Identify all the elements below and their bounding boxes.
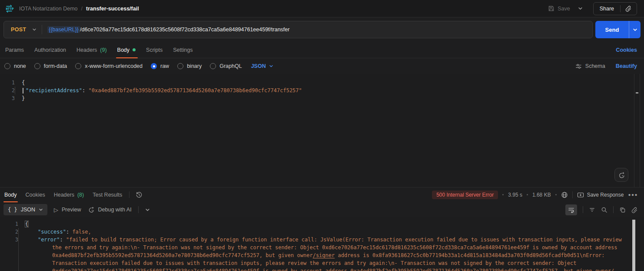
method-selector[interactable]: POST — [4, 27, 32, 33]
schema-button[interactable]: Schema — [575, 63, 605, 70]
copy-link-icon[interactable] — [621, 5, 637, 12]
response-body-editor[interactable]: 1{2 "success": false,3 "error": "failed … — [0, 217, 644, 271]
body-mode-form-data[interactable]: form-data — [34, 63, 67, 69]
response-time[interactable]: 3.95 s — [508, 192, 522, 198]
body-mode-binary[interactable]: binary — [177, 63, 202, 69]
send-options-chevron-icon[interactable] — [629, 21, 641, 38]
response-status-bar: 500 Internal Server Error 3.95 s 1.68 KB — [432, 187, 638, 202]
response-history-icon[interactable] — [132, 187, 146, 202]
save-response-icon — [577, 191, 584, 198]
tab-label: Body — [117, 47, 130, 53]
beautify-button[interactable]: Beautify — [616, 63, 637, 69]
copy-icon[interactable] — [619, 207, 626, 213]
language-label: JSON — [251, 63, 266, 69]
url-variable[interactable]: {{baseURL}} — [47, 26, 80, 33]
code-line: 1{ — [0, 79, 644, 87]
share-button[interactable]: Share — [594, 6, 620, 12]
body-mode-label: binary — [187, 63, 202, 69]
radio-icon — [151, 63, 157, 69]
body-mode-row: noneform-datax-www-form-urlencodedrawbin… — [0, 58, 644, 74]
divider — [613, 206, 614, 213]
request-tabs: ParamsAuthorizationHeaders(9)BodyScripts… — [0, 42, 644, 58]
request-tab-settings[interactable]: Settings — [168, 42, 198, 58]
body-mode-x-www-form-urlencoded[interactable]: x-www-form-urlencoded — [75, 63, 143, 69]
network-globe-icon[interactable] — [561, 191, 568, 198]
search-icon[interactable] — [601, 207, 607, 213]
save-button[interactable]: Save — [544, 3, 574, 14]
response-tab-test-results[interactable]: Test Results — [88, 187, 126, 202]
breadcrumb: IOTA Notarization Demo / transfer-succes… — [19, 6, 139, 12]
scroll-marker — [636, 92, 638, 94]
request-title-bar: HTTP IOTA Notarization Demo / transfer-s… — [0, 0, 644, 17]
postbot-ai-button[interactable] — [614, 168, 628, 182]
tab-label: Authorization — [34, 47, 66, 53]
request-tab-authorization[interactable]: Authorization — [29, 42, 71, 58]
tab-label: Headers — [54, 192, 74, 198]
request-body-editor[interactable]: 1{2"recipientAddress": "0xa4ed887bf2efb3… — [0, 74, 644, 187]
cookies-link[interactable]: Cookies — [616, 47, 637, 53]
code-line: 0xd6ce7026a77ec15dc6178d816235c5608f72cd… — [0, 267, 644, 271]
dot-separator — [555, 194, 557, 195]
request-tab-scripts[interactable]: Scripts — [141, 42, 168, 58]
request-url-row: POST {{baseURL}}/d6ce7026a77ec15dc6178d8… — [0, 17, 644, 42]
status-badge[interactable]: 500 Internal Server Error — [432, 191, 498, 199]
body-mode-label: x-www-form-urlencoded — [85, 63, 143, 69]
svg-text:HTTP: HTTP — [6, 7, 14, 10]
more-actions-icon[interactable]: ●●● — [628, 192, 638, 197]
response-size[interactable]: 1.68 KB — [532, 192, 551, 198]
response-actions-chevron-icon[interactable] — [145, 207, 150, 212]
word-wrap-icon — [568, 207, 574, 213]
unsaved-changes-dot — [133, 48, 136, 51]
request-tab-headers[interactable]: Headers(9) — [71, 42, 112, 58]
schema-label: Schema — [585, 63, 605, 69]
url-path: /d6ce7026a77ec15dc6178d816235c5608f72cd3… — [80, 27, 289, 33]
code-line: 0xa4ed887bf2efb395b5592ed57871364d5260a7… — [0, 251, 644, 259]
language-chevron-icon — [269, 64, 273, 68]
url-value[interactable]: {{baseURL}}/d6ce7026a77ec15dc6178d816235… — [47, 27, 289, 33]
body-mode-label: raw — [160, 63, 169, 69]
tab-label: Settings — [173, 47, 193, 53]
save-response-button[interactable]: Save Response — [577, 191, 624, 198]
radio-icon — [4, 63, 10, 69]
save-icon — [548, 5, 554, 12]
preview-label: Preview — [62, 207, 81, 213]
line-number: 1 — [0, 220, 18, 228]
debug-ai-label: Debug with AI — [98, 207, 132, 213]
url-input[interactable]: POST {{baseURL}}/d6ce7026a77ec15dc6178d8… — [3, 21, 593, 38]
code-line: 3} — [0, 94, 644, 102]
body-mode-raw[interactable]: raw — [151, 63, 169, 69]
body-mode-none[interactable]: none — [4, 63, 26, 69]
word-wrap-toggle[interactable] — [565, 204, 577, 215]
tab-label: Body — [4, 192, 17, 198]
line-number: 1 — [0, 79, 15, 87]
dot-separator — [502, 194, 504, 195]
response-scrollbar-thumb[interactable] — [632, 220, 635, 271]
request-tab-params[interactable]: Params — [0, 42, 29, 58]
radio-icon — [75, 63, 81, 69]
divider — [572, 191, 573, 198]
response-tab-body[interactable]: Body — [0, 187, 21, 202]
preview-button[interactable]: ▷ Preview — [54, 207, 81, 213]
response-tab-headers[interactable]: Headers(8) — [50, 187, 89, 202]
breadcrumb-collection[interactable]: IOTA Notarization Demo — [19, 6, 78, 12]
tab-label: Cookies — [26, 192, 45, 198]
code-line: Transaction execution failed due to issu… — [0, 259, 644, 267]
response-format-selector[interactable]: { } JSON — [3, 204, 47, 215]
divider — [129, 191, 129, 198]
method-chevron-icon[interactable] — [32, 26, 42, 33]
editor-scrollbar[interactable] — [634, 74, 640, 187]
radio-icon — [210, 63, 216, 69]
debug-with-ai-button[interactable]: Debug with AI — [88, 206, 132, 213]
send-button[interactable]: Send — [595, 21, 629, 38]
save-label: Save — [558, 6, 570, 12]
response-header: BodyCookiesHeaders(8)Test Results 500 In… — [0, 187, 644, 202]
language-selector[interactable]: JSON — [251, 63, 273, 69]
link-icon[interactable] — [631, 207, 638, 213]
request-tab-body[interactable]: Body — [112, 42, 141, 58]
send-button-group: Send — [595, 21, 641, 38]
response-tab-cookies[interactable]: Cookies — [21, 187, 50, 202]
save-options-chevron-icon[interactable] — [574, 3, 587, 13]
code-line: 2 "success": false, — [0, 228, 644, 236]
filter-icon[interactable] — [589, 207, 595, 213]
body-mode-graphql[interactable]: GraphQL — [210, 63, 242, 69]
